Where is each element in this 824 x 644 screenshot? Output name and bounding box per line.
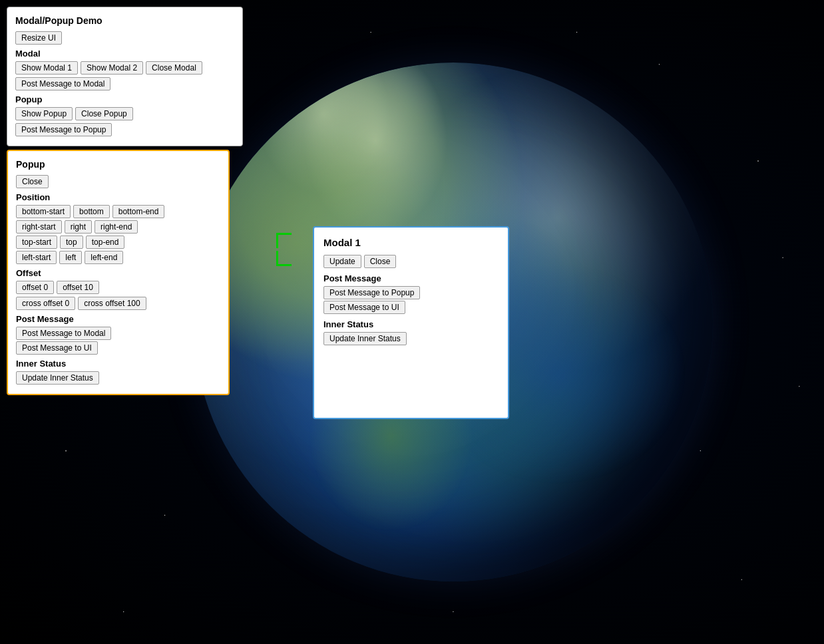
main-panel-title: Modal/Popup Demo	[15, 15, 234, 26]
offset-section-label: Offset	[16, 268, 220, 278]
pos-left-button[interactable]: left	[59, 251, 82, 264]
resize-ui-button[interactable]: Resize UI	[15, 31, 62, 45]
modal-inner-status-section-label: Inner Status	[323, 319, 499, 329]
pos-left-start-button[interactable]: left-start	[16, 251, 57, 264]
corner-bracket-indicator	[276, 233, 309, 266]
popup-close-button[interactable]: Close	[16, 175, 49, 188]
modal-close-button[interactable]: Close	[364, 255, 397, 268]
pos-bottom-button[interactable]: bottom	[73, 205, 110, 218]
modal-post-popup-button[interactable]: Post Message to Popup	[323, 286, 420, 299]
modal-post-ui-button[interactable]: Post Message to UI	[323, 301, 405, 314]
pos-row-left: left-start left left-end	[16, 251, 220, 264]
post-message-popup-button[interactable]: Post Message to Popup	[15, 123, 112, 136]
show-modal-2-button[interactable]: Show Modal 2	[81, 61, 143, 75]
position-grid: bottom-start bottom bottom-end right-sta…	[16, 205, 220, 264]
pos-right-start-button[interactable]: right-start	[16, 220, 62, 234]
popup-post-ui-button[interactable]: Post Message to UI	[16, 341, 98, 355]
popup-inner-status-label: Inner Status	[16, 359, 220, 369]
offset-0-button[interactable]: offset 0	[16, 281, 54, 294]
popup-post-message-label: Post Message	[16, 314, 220, 324]
post-message-modal-button[interactable]: Post Message to Modal	[15, 77, 110, 90]
popup-panel-title: Popup	[16, 159, 220, 170]
pos-row-bottom: bottom-start bottom bottom-end	[16, 205, 220, 218]
popup-position-label: Position	[16, 192, 220, 202]
close-popup-button[interactable]: Close Popup	[75, 107, 133, 120]
cross-offset-100-button[interactable]: cross offset 100	[78, 297, 146, 310]
show-modal-1-button[interactable]: Show Modal 1	[15, 61, 78, 75]
pos-row-right: right-start right right-end	[16, 220, 220, 234]
pos-bottom-end-button[interactable]: bottom-end	[112, 205, 165, 218]
pos-top-end-button[interactable]: top-end	[86, 236, 125, 249]
popup-post-modal-button[interactable]: Post Message to Modal	[16, 327, 111, 340]
popup-update-inner-status-button[interactable]: Update Inner Status	[16, 371, 99, 385]
pos-right-button[interactable]: right	[65, 220, 92, 234]
pos-left-end-button[interactable]: left-end	[85, 251, 123, 264]
pos-top-start-button[interactable]: top-start	[16, 236, 57, 249]
modal-post-message-label: Post Message	[323, 273, 499, 283]
show-popup-button[interactable]: Show Popup	[15, 107, 73, 120]
close-modal-button[interactable]: Close Modal	[146, 61, 202, 75]
modal-section-label: Modal	[15, 49, 234, 59]
pos-bottom-start-button[interactable]: bottom-start	[16, 205, 71, 218]
modal-update-button[interactable]: Update	[323, 255, 361, 268]
offset-10-button[interactable]: offset 10	[57, 281, 99, 294]
popup-section-label: Popup	[15, 94, 234, 104]
pos-row-top: top-start top top-end	[16, 236, 220, 249]
modal-1-title: Modal 1	[323, 237, 499, 248]
modal-update-inner-status-button[interactable]: Update Inner Status	[323, 332, 407, 345]
pos-right-end-button[interactable]: right-end	[95, 220, 138, 234]
modal-1-panel: Modal 1 Update Close Post Message Post M…	[313, 226, 509, 419]
main-control-panel: Modal/Popup Demo Resize UI Modal Show Mo…	[7, 7, 243, 146]
cross-offset-0-button[interactable]: cross offset 0	[16, 297, 75, 310]
popup-panel: Popup Close Position bottom-start bottom…	[7, 150, 230, 395]
pos-top-button[interactable]: top	[60, 236, 83, 249]
